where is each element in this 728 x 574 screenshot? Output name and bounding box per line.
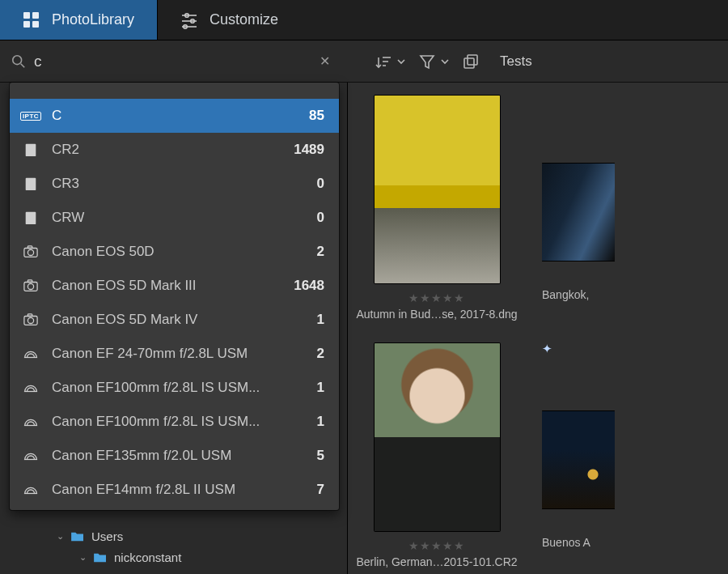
suggestion-row[interactable]: CR21489 [10,133,339,167]
thumbnail[interactable]: Bangkok, [542,94,615,321]
grid-toolbar: Tests [348,40,532,82]
tab-customize[interactable]: Customize [158,0,301,40]
sort-button[interactable] [372,50,409,73]
funnel-icon [419,53,435,70]
thumbnail[interactable]: ✦Buenos A [542,342,615,568]
sort-icon [375,53,392,70]
lens-icon [23,347,39,361]
suggestion-count: 2 [317,244,324,260]
lens-icon [23,415,39,429]
tree-label: nickconstant [114,551,181,564]
suggestion-label: CRW [52,210,306,226]
suggestion-count: 5 [317,448,324,464]
camera-icon [23,313,39,327]
filter-button[interactable] [416,50,453,73]
thumbnail-caption: Berlin, German…2015-101.CR2 [356,555,517,568]
chevron-down-icon: ⌄ [79,552,87,563]
folder-tree: ⌄ Users ⌄ nickconstant [57,525,181,568]
thumbnail-grid: ★★★★★Autumn in Bud…se, 2017-8.dngBangkok… [372,94,728,568]
suggestion-row[interactable]: Canon EF100mm f/2.8L IS USM...1 [10,405,339,439]
lens-icon [23,483,39,497]
suggestion-count: 0 [317,210,324,226]
folder-icon [70,530,85,542]
suggestion-row[interactable]: CRW0 [10,201,339,235]
tab-photolibrary[interactable]: PhotoLibrary [0,0,157,40]
sliders-icon [180,11,198,29]
file-icon [23,210,39,225]
folder-icon [93,551,108,563]
suggestion-row[interactable]: Canon EF135mm f/2.0L USM5 [10,439,339,473]
clear-search-icon[interactable]: ✕ [313,50,336,72]
suggestion-row[interactable]: Canon EOS 50D2 [10,235,339,269]
thumbnail-caption: Buenos A [542,536,590,549]
camera-icon [23,244,39,259]
suggestion-label: Canon EF100mm f/2.8L IS USM... [52,380,306,396]
suggestion-row[interactable]: Canon EF 24-70mm f/2.8L USM2 [10,337,339,371]
thumbnail[interactable]: ★★★★★Berlin, German…2015-101.CR2 [372,342,502,568]
thumbnail-image [542,94,615,285]
lens-icon [23,381,39,395]
thumbnail-pane: ★★★★★Autumn in Bud…se, 2017-8.dngBangkok… [348,83,728,574]
suggestion-count: 2 [317,346,324,362]
chevron-down-icon [440,57,450,66]
top-tabs: PhotoLibrary Customize [0,0,728,40]
suggestion-count: 1489 [294,142,324,158]
thumbnail[interactable]: ★★★★★Autumn in Bud…se, 2017-8.dng [372,94,502,321]
suggestion-row[interactable]: Canon EOS 5D Mark IV1 [10,303,339,337]
suggestion-row[interactable]: Canon EOS 5D Mark III1648 [10,269,339,303]
search-box: ✕ [0,40,348,82]
rating-stars[interactable]: ★★★★★ [408,291,465,304]
file-icon [23,142,39,157]
suggestion-label: Canon EOS 50D [52,244,306,260]
tree-label: Users [91,529,123,543]
suggestion-count: 1 [317,312,324,328]
suggestion-count: 7 [317,482,324,498]
search-suggestions: IPTCC85CR21489CR30CRW0Canon EOS 50D2Cano… [10,83,339,510]
thumbnail-caption: Autumn in Bud…se, 2017-8.dng [356,308,517,321]
camera-icon [23,278,39,293]
tree-row-nickconstant[interactable]: ⌄ nickconstant [79,546,181,568]
lens-icon [23,449,39,463]
suggestion-label: Canon EOS 5D Mark III [52,278,282,294]
sparkle-icon: ✦ [542,342,552,356]
iptc-badge-icon: IPTC [20,112,41,121]
suggestion-label: Canon EOS 5D Mark IV [52,312,306,328]
suggestion-count: 0 [317,176,324,192]
chevron-down-icon: ⌄ [57,531,64,542]
suggestion-row[interactable]: IPTCC85 [10,99,339,133]
tree-row-users[interactable]: ⌄ Users [57,525,181,546]
search-icon [11,54,26,69]
suggestion-row[interactable]: Canon EF100mm f/2.8L IS USM...1 [10,371,339,405]
tab-photolibrary-label: PhotoLibrary [52,11,134,28]
chevron-down-icon [396,57,406,66]
suggestion-label: Canon EF14mm f/2.8L II USM [52,482,306,498]
file-icon [23,176,39,191]
suggestion-count: 1 [317,380,324,396]
stack-icon [463,53,479,70]
suggestion-label: Canon EF100mm f/2.8L IS USM... [52,414,306,430]
search-input[interactable] [34,53,305,70]
suggestion-label: CR2 [52,142,282,158]
search-toolbar-row: ✕ Tests [0,40,728,83]
suggestion-label: Canon EF 24-70mm f/2.8L USM [52,346,306,362]
tab-customize-label: Customize [210,11,278,28]
suggestion-label: C [52,108,298,124]
suggestion-count: 1648 [294,278,324,294]
suggestion-row[interactable]: Canon EF14mm f/2.8L II USM7 [10,473,339,507]
grid-icon [23,11,40,29]
suggestion-count: 85 [309,108,324,124]
sidebar: IPTCC85CR21489CR30CRW0Canon EOS 50D2Cano… [0,83,348,574]
breadcrumb[interactable]: Tests [500,53,532,70]
stack-button[interactable] [459,50,482,73]
thumbnail-image [542,342,615,533]
suggestion-row[interactable]: CR30 [10,167,339,201]
suggestion-label: CR3 [52,176,306,192]
thumbnail-image [372,342,502,533]
suggestion-label: Canon EF135mm f/2.0L USM [52,448,306,464]
suggestion-count: 1 [317,414,324,430]
rating-stars[interactable]: ★★★★★ [408,539,465,552]
thumbnail-image [372,94,502,285]
thumbnail-caption: Bangkok, [542,288,589,301]
